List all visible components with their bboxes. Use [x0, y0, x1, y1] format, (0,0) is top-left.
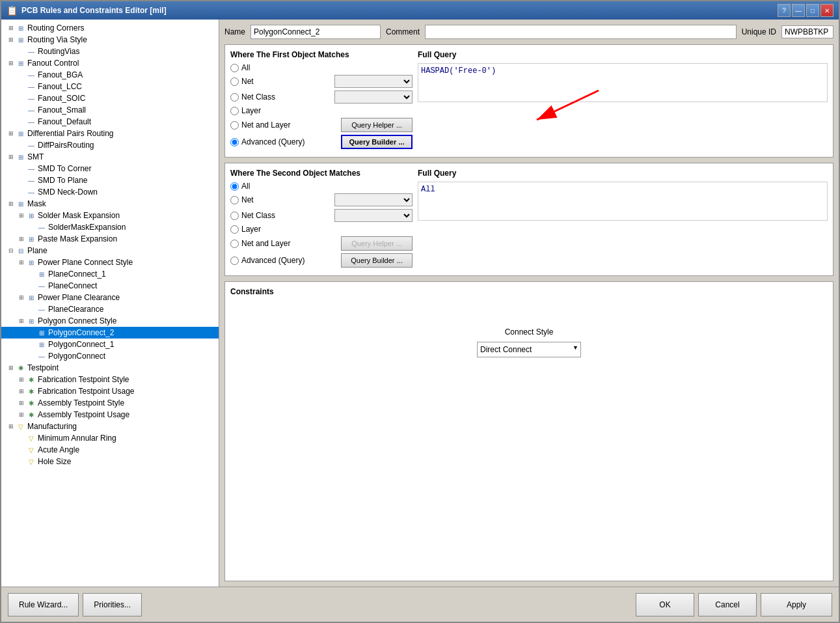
tree-item-plane-connect-1[interactable]: ⊞ PlaneConnect_1 — [1, 268, 219, 280]
tree-item-asm-testpoint-usage[interactable]: ⊞ ✱ Assembly Testpoint Usage — [1, 409, 219, 421]
tree-item-fanout-bga[interactable]: — Fanout_BGA — [1, 69, 219, 81]
name-input[interactable] — [251, 25, 381, 39]
tree-item-asm-testpoint-style[interactable]: ⊞ ✱ Assembly Testpoint Style — [1, 397, 219, 409]
item-label: Minimum Annular Ring — [38, 434, 116, 443]
tree-item-hole-size[interactable]: ▽ Hole Size — [1, 456, 219, 467]
tree-item-smd-corner[interactable]: — SMD To Corner — [1, 163, 219, 174]
tree-item-power-plane-connect[interactable]: ⊞ ⊞ Power Plane Connect Style — [1, 256, 219, 268]
tree-item-fab-testpoint-usage[interactable]: ⊞ ✱ Fabrication Testpoint Usage — [1, 385, 219, 397]
tree-item-plane[interactable]: ⊟ ⊟ Plane — [1, 245, 219, 256]
netclass-first-select[interactable] — [334, 90, 413, 104]
tree-item-testpoint[interactable]: ⊞ ✱ Testpoint — [1, 362, 219, 374]
net-first-select[interactable] — [334, 75, 413, 88]
node-icon: ⊞ — [26, 257, 36, 268]
node-icon: ✱ — [26, 398, 36, 408]
tree-item-acute-angle[interactable]: ▽ Acute Angle — [1, 444, 219, 456]
ok-button[interactable]: OK — [636, 593, 694, 616]
query-helper-first-button[interactable]: Query Helper ... — [341, 118, 413, 132]
tree-item-fanout-default[interactable]: — Fanout_Default — [1, 116, 219, 128]
radio-netlayer-first-label: Net and Layer — [241, 120, 338, 130]
second-full-query-text: All — [418, 182, 828, 221]
tree-item-routing-vias[interactable]: — RoutingVias — [1, 46, 219, 57]
radio-layer-second-input[interactable] — [230, 225, 239, 234]
tree-item-polygon-connect-2[interactable]: ⊞ PolygonConnect_2 — [1, 327, 219, 339]
radio-advanced-first-input[interactable] — [230, 138, 239, 146]
radio-layer-first-input[interactable] — [230, 107, 239, 115]
radio-netlayer-second-input[interactable] — [230, 240, 239, 248]
maximize-button[interactable]: □ — [806, 4, 819, 17]
expander-icon: ⊞ — [17, 398, 26, 408]
tree-item-fanout-control[interactable]: ⊞ ⊞ Fanout Control — [1, 57, 219, 69]
rule-wizard-button[interactable]: Rule Wizard... — [8, 593, 79, 616]
tree-item-solder-mask-child[interactable]: — SolderMaskExpansion — [1, 221, 219, 233]
radio-all-first-input[interactable] — [230, 64, 239, 72]
net-second-select[interactable] — [334, 193, 413, 206]
query-builder-first-button[interactable]: Query Builder ... — [341, 135, 413, 149]
tree-item-polygon-connect-1[interactable]: ⊞ PolygonConnect_1 — [1, 339, 219, 350]
tree-item-paste-mask[interactable]: ⊞ ⊞ Paste Mask Expansion — [1, 233, 219, 245]
window-title: PCB Rules and Constraints Editor [mil] — [21, 6, 167, 15]
second-match-panel: Where The Second Object Matches All Net … — [230, 169, 413, 270]
tree-item-smd-plane[interactable]: — SMD To Plane — [1, 174, 219, 186]
tree-item-fanout-lcc[interactable]: — Fanout_LCC — [1, 81, 219, 92]
tree-item-fanout-small[interactable]: — Fanout_Small — [1, 104, 219, 116]
radio-net-second-input[interactable] — [230, 196, 239, 204]
radio-netclass-second-input[interactable] — [230, 212, 239, 220]
radio-advanced-second-input[interactable] — [230, 256, 239, 265]
expander-icon — [17, 94, 26, 103]
help-button[interactable]: ? — [778, 4, 791, 17]
tree-item-fab-testpoint-style[interactable]: ⊞ ✱ Fabrication Testpoint Style — [1, 374, 219, 385]
tree-item-plane-connect[interactable]: — PlaneConnect — [1, 280, 219, 292]
tree-item-solder-mask[interactable]: ⊞ ⊞ Solder Mask Expansion — [1, 210, 219, 221]
item-label: SMD To Plane — [38, 176, 87, 185]
node-icon: ⊞ — [36, 269, 47, 279]
tree-item-smt[interactable]: ⊞ ⊞ SMT — [1, 151, 219, 163]
radio-net-second-label: Net — [241, 195, 332, 204]
radio-netlayer-second-label: Net and Layer — [241, 239, 338, 248]
radio-net-first-input[interactable] — [230, 77, 239, 86]
connect-style-select[interactable]: Direct Connect Relief Connect No Connect — [477, 342, 581, 357]
item-label: Paste Mask Expansion — [38, 234, 117, 243]
tree-item-routing-corners[interactable]: ⊞ ⊞ Routing Corners — [1, 22, 219, 34]
expander-icon — [27, 281, 36, 290]
cancel-button[interactable]: Cancel — [698, 593, 757, 616]
expander-icon — [17, 176, 26, 185]
expander-icon: ⊞ — [17, 211, 26, 220]
minimize-button[interactable]: — — [792, 4, 805, 17]
query-builder-second-button[interactable]: Query Builder ... — [341, 253, 413, 268]
tree-item-fanout-soic[interactable]: — Fanout_SOIC — [1, 92, 219, 104]
radio-netlayer-first-input[interactable] — [230, 121, 239, 130]
radio-netclass-first-input[interactable] — [230, 93, 239, 102]
comment-input[interactable] — [425, 25, 737, 39]
radio-advanced-second-label: Advanced (Query) — [241, 256, 338, 265]
tree-item-polygon-connect-style[interactable]: ⊞ ⊞ Polygon Connect Style — [1, 315, 219, 327]
node-icon: ⊞ — [16, 128, 26, 139]
apply-button[interactable]: Apply — [761, 593, 832, 616]
item-label: Polygon Connect Style — [38, 316, 116, 325]
netclass-second-select[interactable] — [334, 209, 413, 222]
priorities-button[interactable]: Priorities... — [83, 593, 142, 616]
item-label: Hole Size — [38, 457, 71, 466]
expander-icon — [27, 352, 36, 361]
tree-item-routing-via-style[interactable]: ⊞ ⊞ Routing Via Style — [1, 34, 219, 46]
second-object-section: Where The Second Object Matches All Net … — [224, 163, 833, 276]
tree-item-plane-clearance[interactable]: — PlaneClearance — [1, 303, 219, 315]
expander-icon — [27, 223, 36, 232]
tree-item-power-plane-clearance[interactable]: ⊞ ⊞ Power Plane Clearance — [1, 292, 219, 303]
content-area: ⊞ ⊞ Routing Corners ⊞ ⊞ Routing Via Styl… — [1, 20, 839, 587]
node-icon: ▽ — [26, 433, 36, 443]
tree-item-mask[interactable]: ⊞ ⊞ Mask — [1, 198, 219, 210]
tree-item-min-annular[interactable]: ▽ Minimum Annular Ring — [1, 432, 219, 444]
tree-item-smd-neck[interactable]: — SMD Neck-Down — [1, 186, 219, 198]
item-label: Testpoint — [27, 363, 59, 372]
tree-item-polygon-connect[interactable]: — PolygonConnect — [1, 350, 219, 362]
tree-item-diff-pairs-child[interactable]: — DiffPairsRouting — [1, 139, 219, 151]
app-icon: 📋 — [7, 5, 18, 16]
radio-all-second-input[interactable] — [230, 182, 239, 191]
query-helper-second-button[interactable]: Query Helper ... — [341, 236, 413, 251]
node-icon: ▽ — [16, 421, 26, 432]
expander-icon — [27, 340, 36, 349]
tree-item-manufacturing[interactable]: ⊞ ▽ Manufacturing — [1, 421, 219, 432]
tree-item-diff-pairs[interactable]: ⊞ ⊞ Differential Pairs Routing — [1, 128, 219, 139]
close-button[interactable]: ✕ — [820, 4, 833, 17]
